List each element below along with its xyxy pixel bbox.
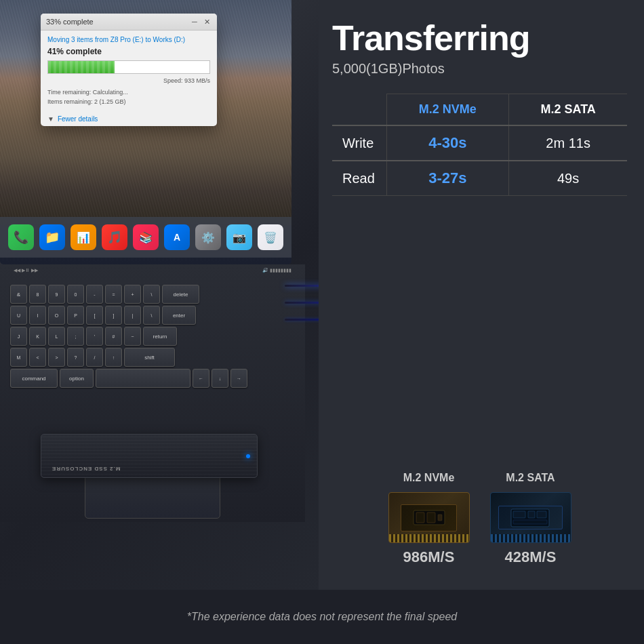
key-j[interactable]: J: [10, 327, 27, 346]
bottom-row: M < > ? / ↑ shift: [10, 348, 298, 367]
sata-spec: M.2 SATA 428M/S: [490, 472, 571, 566]
dock-icon-camera[interactable]: 📷: [226, 224, 252, 250]
dock-icon-finder[interactable]: 📁: [39, 224, 65, 250]
key-u[interactable]: U: [10, 306, 27, 325]
write-sata-value: 2m 11s: [509, 125, 627, 161]
nvme-spec: M.2 NVMe 986M/S: [388, 472, 470, 566]
key-k[interactable]: K: [29, 327, 46, 346]
key-bslash2[interactable]: \: [143, 306, 160, 325]
progress-bar: [47, 60, 210, 74]
key-plus[interactable]: +: [124, 285, 141, 304]
laptop-screen: 33% complete ─ ✕ Moving 3 items from Z8 …: [0, 0, 291, 264]
key-backslash[interactable]: \: [143, 285, 160, 304]
svg-rect-8: [513, 520, 547, 524]
key-left[interactable]: ←: [193, 369, 209, 388]
key-amp[interactable]: &: [10, 285, 27, 304]
key-down[interactable]: ↓: [212, 369, 228, 388]
ssd-specs-section: M.2 NVMe 986M/S M.2 SATA: [332, 472, 627, 566]
dock-icon-appstore[interactable]: A: [164, 224, 190, 250]
key-option[interactable]: option: [60, 369, 94, 388]
dock-icon-books[interactable]: 📚: [133, 224, 159, 250]
right-panel: Transferring 5,000(1GB)Photos M.2 NVMe M…: [319, 0, 644, 590]
key-o[interactable]: O: [48, 306, 65, 325]
nvme-chip-body: [401, 504, 457, 531]
ssd-enclosure: M.2 SSD ENCLOSURE: [41, 434, 258, 478]
number-row: & 8 9 0 - = + \ delete: [10, 285, 298, 304]
laptop-image: 33% complete ─ ✕ Moving 3 items from Z8 …: [0, 0, 325, 590]
key-lt[interactable]: <: [29, 348, 46, 367]
dialog-subtitle: Moving 3 items from Z8 Pro (E:) to Works…: [47, 36, 210, 43]
key-qmark[interactable]: ?: [67, 348, 84, 367]
key-up[interactable]: ↑: [105, 348, 122, 367]
key-pipe[interactable]: |: [124, 306, 141, 325]
dialog-body: Moving 3 items from Z8 Pro (E:) to Works…: [41, 31, 217, 112]
dialog-controls: ─ ✕: [190, 17, 212, 26]
subtitle: 5,000(1GB)Photos: [332, 61, 627, 77]
transfer-dialog: 33% complete ─ ✕ Moving 3 items from Z8 …: [41, 14, 217, 126]
sata-connectors: [491, 534, 571, 542]
comparison-table: M.2 NVMe M.2 SATA Write 4-30s 2m 11s Rea…: [332, 94, 627, 196]
key-eq[interactable]: =: [105, 285, 122, 304]
dock-icon-music[interactable]: 🎵: [102, 224, 127, 250]
main-title: Transferring: [332, 20, 627, 56]
dock-icon-facetime[interactable]: 📞: [8, 224, 34, 250]
ssd-label: M.2 SSD ENCLOSURE: [52, 466, 120, 472]
dialog-close[interactable]: ✕: [202, 17, 212, 26]
key-minus[interactable]: -: [86, 285, 103, 304]
key-rbracket[interactable]: ]: [105, 306, 122, 325]
read-nvme-value: 3-27s: [386, 161, 509, 196]
key-shift-r[interactable]: shift: [124, 348, 175, 367]
dialog-minimize[interactable]: ─: [190, 17, 199, 26]
svg-rect-1: [416, 512, 424, 523]
sata-type-label: M.2 SATA: [506, 472, 555, 484]
key-return[interactable]: return: [143, 327, 177, 346]
sata-speed: 428M/S: [505, 548, 557, 566]
dock-icon-trash[interactable]: 🗑️: [258, 224, 283, 250]
dialog-title: 33% complete: [46, 18, 94, 26]
write-nvme-value: 4-30s: [386, 125, 509, 161]
items-remaining: Items remaining: 2 (1.25 GB): [47, 98, 210, 107]
nvme-speed: 986M/S: [403, 548, 455, 566]
col-header-sata: M.2 SATA: [509, 94, 627, 126]
fewer-details-link[interactable]: Fewer details: [58, 115, 98, 123]
key-tilde[interactable]: ~: [124, 327, 141, 346]
key-lbracket[interactable]: [: [86, 306, 103, 325]
speed-text: Speed: 933 MB/s: [47, 77, 210, 84]
progress-stripes: [48, 61, 115, 73]
key-gt[interactable]: >: [48, 348, 65, 367]
ssd-led: [246, 454, 250, 458]
dock-icon-settings[interactable]: ⚙️: [195, 224, 221, 250]
key-delete[interactable]: delete: [162, 285, 199, 304]
progress-fill: [48, 61, 115, 73]
key-quote[interactable]: ': [86, 327, 103, 346]
dialog-percent: 41% complete: [47, 47, 210, 56]
key-0[interactable]: 0: [67, 285, 84, 304]
key-9[interactable]: 9: [48, 285, 65, 304]
read-sata-value: 49s: [509, 161, 627, 196]
qwerty-row: U I O P [ ] | \ enter: [10, 306, 298, 325]
key-p[interactable]: P: [67, 306, 84, 325]
svg-rect-2: [427, 512, 435, 523]
trackpad[interactable]: [85, 475, 220, 519]
nvme-chip-svg: [412, 509, 446, 526]
key-right[interactable]: →: [230, 369, 247, 388]
key-space[interactable]: [96, 369, 190, 388]
key-semi[interactable]: ;: [67, 327, 84, 346]
media-bar: ◀◀ ▶⏸ ▶▶ 🔊 ▮▮▮▮▮▮▮▮: [14, 268, 291, 273]
read-label: Read: [332, 161, 386, 196]
key-i[interactable]: I: [29, 306, 46, 325]
sata-chip-body: [498, 506, 562, 529]
key-slash[interactable]: /: [86, 348, 103, 367]
key-enter[interactable]: enter: [162, 306, 196, 325]
key-m[interactable]: M: [10, 348, 27, 367]
dock-icon-charts[interactable]: 📊: [71, 224, 96, 250]
table-row-write: Write 4-30s 2m 11s: [332, 125, 627, 161]
dock: 📞 📁 📊 🎵 📚 A ⚙️ 📷 🗑️: [0, 217, 291, 258]
dialog-footer: ▼ Fewer details: [41, 112, 217, 126]
key-hash[interactable]: #: [105, 327, 122, 346]
key-command[interactable]: command: [10, 369, 58, 388]
key-8[interactable]: 8: [29, 285, 46, 304]
table-row-read: Read 3-27s 49s: [332, 161, 627, 196]
nvme-type-label: M.2 NVMe: [403, 472, 455, 484]
key-l[interactable]: L: [48, 327, 65, 346]
